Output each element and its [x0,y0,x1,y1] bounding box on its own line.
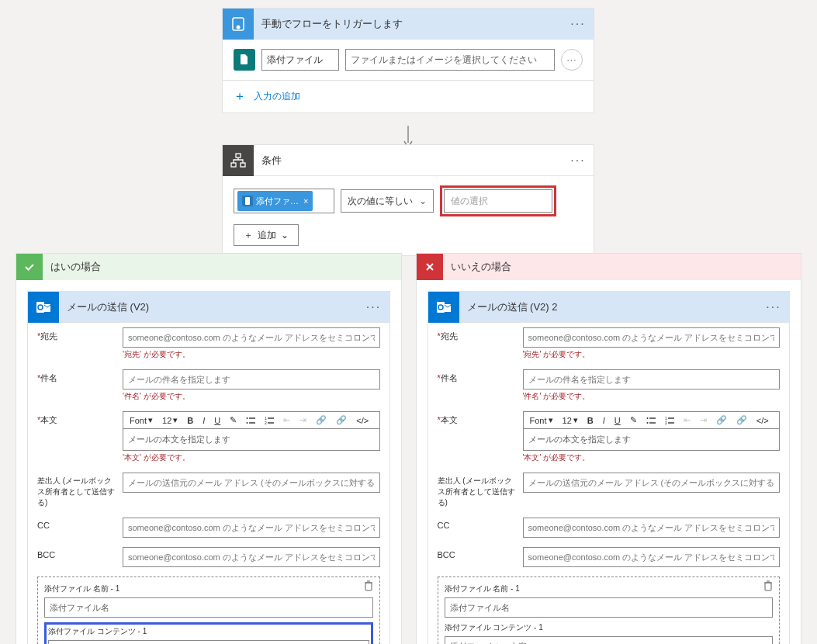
from-row-2: 差出人 (メールボックス所有者として送信する) [428,468,790,513]
input-options[interactable]: ··· [561,49,583,71]
add-condition-button[interactable]: ＋ 追加 ⌄ [234,224,299,246]
font-select[interactable]: Font ▾ [527,414,556,427]
code-view-button[interactable]: </> [353,414,372,427]
attach-content-label: 添付ファイル コンテンツ - 1 [445,622,774,633]
bcc-input[interactable] [123,547,380,567]
condition-header: 条件 ··· [223,145,594,176]
attach-name-input[interactable]: 添付ファイル名 [44,597,373,618]
token-icon [242,196,253,206]
bold-button[interactable]: B [184,414,196,427]
condition-title: 条件 [254,154,563,168]
italic-button[interactable]: I [199,414,208,427]
link-button[interactable]: 🔗 [713,414,730,427]
underline-button[interactable]: U [211,414,223,427]
bullet-list-button[interactable] [643,415,659,426]
token-remove[interactable]: × [303,196,308,206]
email1-title: メールの送信 (V2) [59,300,358,314]
svg-rect-17 [268,422,274,423]
cc-row-2: CC [428,513,790,542]
body-editor-2[interactable]: メールの本文を指定します [523,428,781,451]
italic-button[interactable]: I [600,414,608,427]
outdent-button[interactable]: ⇤ [680,414,694,427]
svg-point-10 [247,417,248,419]
cc-input-2[interactable] [523,518,781,538]
font-select[interactable]: Font ▾ [126,414,156,427]
cc-input[interactable] [123,518,380,538]
font-size-select[interactable]: 12 ▾ [559,414,581,427]
operator-label: 次の値に等しい [348,195,413,208]
to-input[interactable] [123,327,380,348]
subject-row: *件名 '件名' が必要です。 [28,365,389,407]
body-label: 本文 [40,415,57,424]
svg-point-27 [646,422,648,424]
subject-input[interactable] [123,369,380,390]
attach-content-input-2[interactable]: 添付ファイルの内容 [445,636,774,644]
condition-menu[interactable]: ··· [563,154,594,168]
bold-button[interactable]: B [584,414,597,427]
cc-label: CC [438,518,515,530]
number-list-button[interactable]: 12 [662,415,677,426]
indent-button[interactable]: ⇥ [296,414,310,427]
color-button[interactable]: ✎ [227,414,240,427]
outdent-button[interactable]: ⇤ [280,414,293,427]
underline-button[interactable]: U [611,414,624,427]
color-button[interactable]: ✎ [627,414,640,427]
attachment-box-1: 添付ファイル 名前 - 1 添付ファイル名 添付ファイル コンテンツ - 1 添… [37,576,380,644]
branches-container: はいの場合 メールの送信 (V2) ··· *宛先 [16,253,801,644]
condition-value-input[interactable]: 値の選択 [444,189,552,213]
link-button[interactable]: 🔗 [313,414,330,427]
to-input-2[interactable] [523,327,781,348]
subject-input-2[interactable] [523,369,781,390]
condition-left-value[interactable]: 添付ファ… × [234,189,334,213]
email2-menu[interactable]: ··· [758,300,789,314]
svg-rect-32 [668,422,674,423]
chevron-down-icon: ⌄ [419,196,427,206]
svg-rect-5 [241,163,245,167]
close-icon [417,254,443,280]
code-view-button[interactable]: </> [753,414,772,427]
svg-point-1 [237,25,241,29]
body-error-2: '本文' が必要です。 [523,452,781,463]
outlook-icon [428,292,459,323]
attachment-name-input[interactable]: 添付ファイル [261,49,339,71]
chevron-down-icon: ⌄ [281,230,289,241]
unlink-button[interactable]: 🔗 [333,414,350,427]
value-highlight: 値の選択 [440,185,556,216]
attachment-token: 添付ファ… × [237,191,313,211]
email-card-2: メールの送信 (V2) 2 ··· *宛先 '宛先' が必要です。 *件名 [428,291,791,644]
bullet-list-button[interactable] [243,415,258,426]
bcc-row-2: BCC [428,542,790,572]
attach-name-input-2[interactable]: 添付ファイル名 [445,597,774,618]
to-error: '宛先' が必要です。 [123,349,380,360]
attach-name-label: 添付ファイル 名前 - 1 [445,583,774,594]
subject-label: 件名 [441,373,458,383]
email2-title: メールの送信 (V2) 2 [459,300,759,314]
plus-icon: ＋ [234,88,246,105]
attach-content-input[interactable]: 添付ファイル × [48,640,369,644]
to-row-2: *宛先 '宛先' が必要です。 [428,323,790,365]
outlook-icon [28,292,59,323]
condition-icon [223,145,254,176]
trigger-menu[interactable]: ··· [563,17,594,31]
svg-rect-18 [365,583,372,590]
file-select-input[interactable]: ファイルまたはイメージを選択してください [345,49,555,71]
rich-text-toolbar: Font ▾ 12 ▾ B I U ✎ 12 ⇤ ⇥ 🔗 [123,411,380,428]
from-input[interactable] [123,473,380,493]
from-input-2[interactable] [523,473,781,493]
delete-attachment-icon[interactable] [364,580,373,591]
body-editor[interactable]: メールの本文を指定します [123,428,380,451]
body-error: '本文' が必要です。 [123,452,380,463]
attach-name-label: 添付ファイル 名前 - 1 [44,583,373,594]
font-size-select[interactable]: 12 ▾ [159,414,181,427]
indent-button[interactable]: ⇥ [697,414,710,427]
to-label: 宛先 [40,331,57,341]
operator-select[interactable]: 次の値に等しい ⌄ [341,189,434,213]
add-input-button[interactable]: ＋ 入力の追加 [223,80,594,113]
number-list-button[interactable]: 12 [261,415,277,426]
bcc-input-2[interactable] [523,547,781,567]
email1-menu[interactable]: ··· [358,300,389,314]
no-label: いいえの場合 [451,260,511,274]
unlink-button[interactable]: 🔗 [733,414,750,427]
token-label: 添付ファ… [256,196,299,207]
delete-attachment-icon[interactable] [763,580,773,591]
